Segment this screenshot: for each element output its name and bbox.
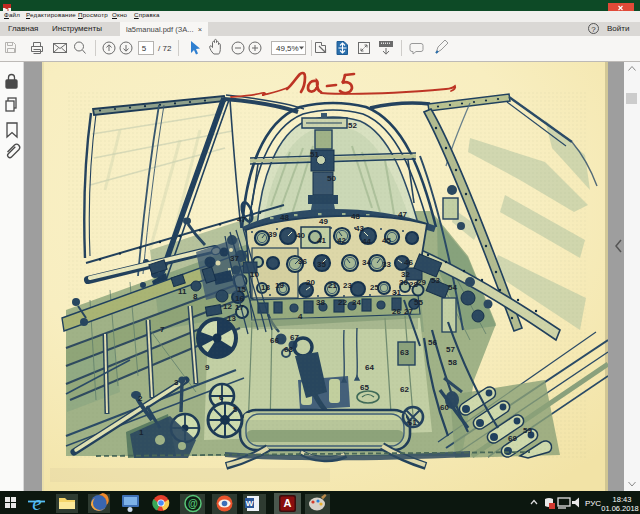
svg-text:49,5%: 49,5% xyxy=(276,44,299,53)
svg-text:e: e xyxy=(32,491,41,514)
svg-text:A: A xyxy=(284,497,292,509)
svg-text:@: @ xyxy=(188,498,198,509)
svg-text:18:43: 18:43 xyxy=(613,495,632,504)
svg-text:/ 72: / 72 xyxy=(158,44,172,53)
svg-text:РУС: РУС xyxy=(585,499,601,508)
svg-text:5: 5 xyxy=(142,44,147,53)
svg-text:01.06.2018: 01.06.2018 xyxy=(601,504,639,513)
svg-text:W: W xyxy=(246,499,254,508)
